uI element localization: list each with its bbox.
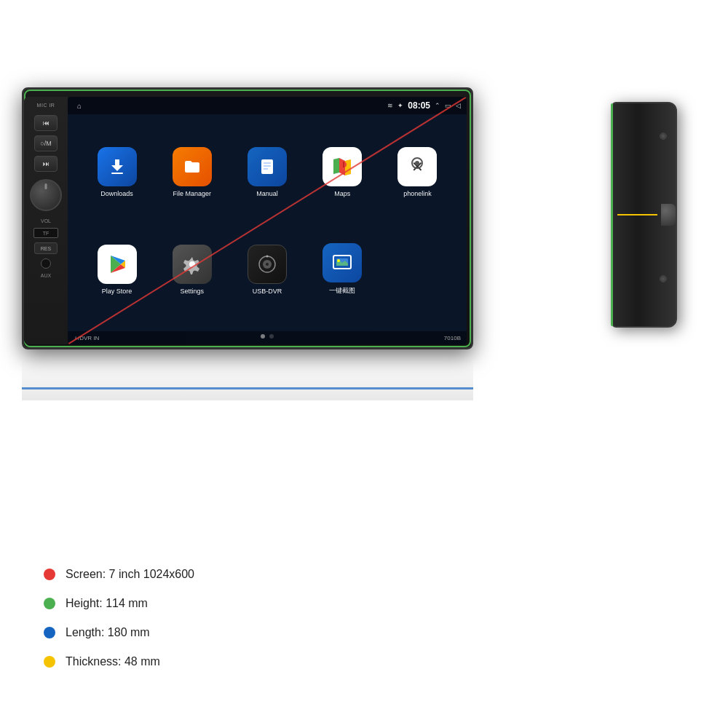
screw-bottom (660, 275, 667, 282)
next-button[interactable]: ⏭ (34, 156, 58, 172)
settings-icon-img (173, 245, 212, 284)
usbdvr-icon-img (248, 245, 287, 284)
app-maps[interactable]: Maps (308, 126, 377, 218)
status-time: 08:05 (408, 100, 430, 111)
app-playstore[interactable]: Play Store (82, 223, 151, 315)
phonelink-label: phonelink (403, 190, 432, 197)
onoff-button[interactable]: ○/M (34, 135, 58, 151)
model-label: 7010B (444, 335, 461, 341)
status-right: ≋ ✦ 08:05 ⌃ ▭ ◁ (387, 100, 461, 111)
screenshot-label: 一键截图 (329, 286, 355, 296)
playstore-label: Play Store (102, 288, 132, 295)
tf-slot: TF (33, 228, 58, 238)
spec-thickness: Thickness: 48 mm (44, 655, 408, 668)
phonelink-icon-img: ✕ (397, 147, 437, 186)
prev-button[interactable]: ⏮ (34, 115, 58, 131)
home-icon[interactable]: ⌂ (74, 100, 85, 111)
spec-length: Length: 180 mm (44, 626, 408, 639)
aux-label: AUX (41, 273, 51, 278)
maps-label: Maps (334, 190, 350, 197)
res-button[interactable]: RES (34, 242, 58, 254)
spec-screen: Screen: 7 inch 1024x600 (44, 568, 408, 581)
manual-label: Manual (256, 190, 278, 197)
manual-icon-img (248, 147, 287, 186)
settings-label: Settings (181, 288, 205, 295)
app-downloads[interactable]: Downloads (82, 126, 151, 218)
spec-text-thickness: Thickness: 48 mm (66, 655, 160, 668)
screw-top (660, 132, 667, 140)
side-unit (612, 102, 677, 328)
filemanager-label: File Manager (173, 190, 212, 197)
app-manual[interactable]: Manual (232, 126, 301, 218)
stereo-reflection (22, 357, 473, 400)
status-left: ⌂ (74, 100, 85, 111)
side-view-section (612, 102, 699, 342)
chevron-icon: ⌃ (435, 102, 440, 109)
usbdvr-label: USB-DVR (253, 288, 282, 295)
vol-label: VOL (41, 218, 51, 223)
downloads-label: Downloads (100, 190, 133, 197)
blue-dimension-line (22, 387, 473, 389)
left-controls-panel: MIC IR ⏮ ○/M ⏭ VOL TF (24, 97, 68, 344)
screenshot-icon-img (323, 243, 362, 282)
playstore-icon-img (98, 245, 137, 284)
wifi-icon: ≋ (387, 102, 393, 109)
stereo-unit: MIC IR ⏮ ○/M ⏭ VOL TF (22, 87, 473, 349)
filemanager-icon-img (173, 147, 212, 186)
mic-ir-label: MIC IR (37, 103, 55, 108)
svg-point-20 (266, 263, 269, 266)
spec-dot-thickness (44, 656, 55, 668)
spec-dot-screen (44, 569, 55, 580)
svg-point-24 (337, 259, 340, 262)
main-container: MIC IR ⏮ ○/M ⏭ VOL TF (0, 0, 728, 728)
aux-jack (41, 258, 51, 269)
svg-point-11 (415, 161, 419, 165)
back-icon[interactable]: ◁ (456, 102, 461, 109)
status-bar: ⌂ ≋ ✦ 08:05 ⌃ ▭ ◁ (68, 97, 467, 114)
spec-height: Height: 114 mm (44, 597, 408, 610)
spec-dot-height (44, 598, 55, 609)
app-settings[interactable]: Settings (157, 223, 226, 315)
app-file-manager[interactable]: File Manager (157, 126, 226, 218)
spec-text-height: Height: 114 mm (66, 597, 148, 610)
spec-text-length: Length: 180 mm (66, 626, 150, 639)
spec-text-screen: Screen: 7 inch 1024x600 (66, 568, 194, 581)
screen-area[interactable]: ⌂ ≋ ✦ 08:05 ⌃ ▭ ◁ (68, 97, 467, 344)
dvr-label: ♀/DVR IN (74, 335, 99, 341)
stereo-front-section: MIC IR ⏮ ○/M ⏭ VOL TF (22, 87, 502, 393)
spec-dot-length (44, 627, 55, 638)
app-grid: Downloads File Manager Manual (68, 119, 467, 323)
screen-bottom-info: ♀/DVR IN 7010B (68, 331, 467, 344)
yellow-thickness-indicator (617, 214, 657, 215)
maps-icon-img (323, 147, 362, 186)
svg-rect-2 (261, 159, 273, 174)
svg-rect-1 (111, 173, 123, 174)
side-knob (661, 204, 676, 226)
window-icon: ▭ (445, 102, 451, 109)
specs-section: Screen: 7 inch 1024x600 Height: 114 mm L… (44, 568, 408, 684)
volume-knob[interactable] (30, 179, 62, 211)
app-usbdvr[interactable]: USB-DVR (232, 223, 301, 315)
svg-point-21 (266, 255, 268, 257)
downloads-icon-img (98, 147, 137, 186)
app-screenshot[interactable]: 一键截图 (308, 223, 377, 315)
bluetooth-icon: ✦ (397, 102, 403, 109)
green-height-indicator (611, 103, 613, 326)
app-phonelink[interactable]: ✕ phonelink (383, 126, 452, 218)
